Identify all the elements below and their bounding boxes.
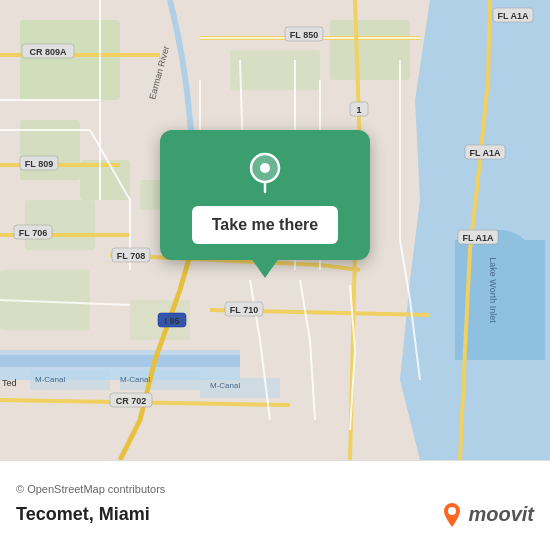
location-info: Tecomet, Miami — [16, 504, 150, 525]
location-name: Tecomet — [16, 504, 89, 524]
moovit-logo: moovit — [440, 501, 534, 529]
svg-rect-15 — [230, 50, 320, 90]
moovit-brand-text: moovit — [468, 503, 534, 526]
svg-text:CR 702: CR 702 — [116, 396, 147, 406]
svg-text:M-Canal: M-Canal — [210, 381, 240, 390]
svg-rect-2 — [0, 355, 240, 367]
bottom-info: Tecomet, Miami moovit — [16, 501, 534, 529]
svg-text:1: 1 — [356, 105, 361, 115]
copyright-text: © OpenStreetMap contributors — [16, 483, 534, 495]
svg-rect-9 — [20, 20, 120, 100]
svg-text:FL 809: FL 809 — [25, 159, 53, 169]
svg-text:M-Canal: M-Canal — [35, 375, 65, 384]
svg-text:I 95: I 95 — [164, 316, 179, 326]
svg-text:Ted: Ted — [2, 378, 17, 388]
svg-point-51 — [260, 163, 270, 173]
svg-text:FL 710: FL 710 — [230, 305, 258, 315]
svg-text:FL 706: FL 706 — [19, 228, 47, 238]
take-me-there-button[interactable]: Take me there — [192, 206, 338, 244]
app-container: Earman River — [0, 0, 550, 550]
svg-text:FL A1A: FL A1A — [469, 148, 501, 158]
svg-text:CR 809A: CR 809A — [29, 47, 67, 57]
svg-text:FL 850: FL 850 — [290, 30, 318, 40]
moovit-pin-icon — [440, 501, 464, 529]
svg-text:Lake Worth Inlet: Lake Worth Inlet — [488, 257, 498, 323]
svg-rect-14 — [330, 20, 410, 80]
svg-point-52 — [448, 507, 456, 515]
svg-text:FL A1A: FL A1A — [462, 233, 494, 243]
map-area: Earman River — [0, 0, 550, 460]
bottom-bar: © OpenStreetMap contributors Tecomet, Mi… — [0, 460, 550, 550]
svg-text:M-Canal: M-Canal — [120, 375, 150, 384]
navigation-popup: Take me there — [160, 130, 370, 260]
svg-text:FL 708: FL 708 — [117, 251, 145, 261]
location-city: , Miami — [89, 504, 150, 524]
location-pin-icon — [243, 150, 287, 194]
svg-text:FL A1A: FL A1A — [497, 11, 529, 21]
